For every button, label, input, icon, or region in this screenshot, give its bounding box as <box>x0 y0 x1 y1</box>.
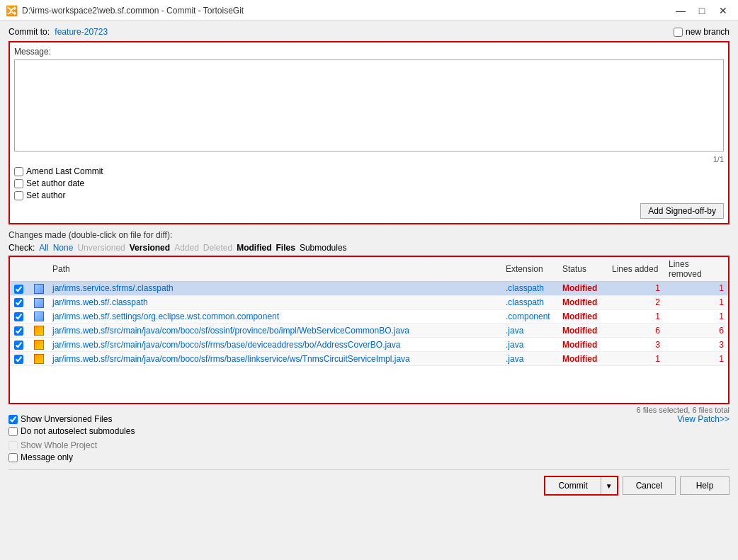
java-file-icon <box>34 354 44 364</box>
view-patch-link[interactable]: View Patch>> <box>677 414 730 424</box>
file-lines-added: 6 <box>608 324 664 338</box>
files-table-body: jar/irms.service.sfrms/.classpath.classp… <box>10 282 728 366</box>
set-author-label: Set author <box>26 190 65 200</box>
message-only-label: Message only <box>21 452 73 462</box>
no-autoselect-submodules-label: Do not autoselect submodules <box>21 426 135 436</box>
maximize-button[interactable]: □ <box>693 4 711 18</box>
amend-last-commit-label: Amend Last Commit <box>26 166 103 176</box>
filter-modified: Modified <box>237 243 271 253</box>
filter-submodules: Submodules <box>300 243 347 253</box>
file-path[interactable]: jar/irms.web.sf/.classpath <box>52 297 148 307</box>
new-branch-section: new branch <box>674 27 730 37</box>
signed-off-row: Add Signed-off-by <box>14 203 724 219</box>
table-row[interactable]: jar/irms.web.sf/.classpath.classpathModi… <box>10 295 728 309</box>
file-extension: .java <box>501 352 558 366</box>
file-checkbox[interactable] <box>14 355 23 364</box>
file-checkbox[interactable] <box>14 312 23 321</box>
file-path[interactable]: jar/irms.web.sf/.settings/org.eclipse.ws… <box>52 312 279 321</box>
file-path[interactable]: jar/irms.web.sf/src/main/java/com/boco/s… <box>52 326 409 336</box>
file-checkbox[interactable] <box>14 326 23 336</box>
app-icon: 🔀 <box>6 5 18 16</box>
title-bar-text: D:\irms-workspace2\web.sf.common - Commi… <box>22 6 244 16</box>
minimize-button[interactable]: — <box>671 4 690 18</box>
file-lines-added: 1 <box>608 309 664 324</box>
file-path[interactable]: jar/irms.web.sf/src/main/java/com/boco/s… <box>52 354 410 364</box>
commit-button[interactable]: Commit <box>545 477 601 494</box>
check-label: Check: <box>8 243 35 253</box>
filter-none[interactable]: None <box>53 243 74 253</box>
cancel-button[interactable]: Cancel <box>623 476 676 495</box>
title-bar-controls: — □ ✕ <box>671 4 732 18</box>
message-section: Message: 1/1 Amend Last Commit Set autho… <box>8 41 730 224</box>
filter-all[interactable]: All <box>39 243 48 253</box>
set-author-checkbox[interactable] <box>14 191 23 200</box>
title-bar: 🔀 D:\irms-workspace2\web.sf.common - Com… <box>0 0 738 21</box>
amend-option-row: Amend Last Commit <box>14 166 724 176</box>
show-unversioned-row: Show Unversioned Files <box>8 414 135 424</box>
no-autoselect-submodules-row: Do not autoselect submodules <box>8 426 135 436</box>
message-only-row: Message only <box>8 452 730 462</box>
col-header-status: Status <box>558 257 608 282</box>
changes-section: Changes made (double-click on file for d… <box>8 230 730 414</box>
file-status: Modified <box>558 282 608 296</box>
java-file-icon <box>34 326 44 336</box>
file-lines-removed: 1 <box>664 309 728 324</box>
file-checkbox[interactable] <box>14 298 23 307</box>
file-lines-added: 1 <box>608 282 664 296</box>
commit-dropdown-button[interactable]: ▼ <box>601 477 617 494</box>
table-row[interactable]: jar/irms.web.sf/src/main/java/com/boco/s… <box>10 324 728 338</box>
bottom-options-row: Show Unversioned Files Do not autoselect… <box>8 414 730 436</box>
file-status: Modified <box>558 295 608 309</box>
file-lines-removed: 6 <box>664 324 728 338</box>
file-lines-added: 2 <box>608 295 664 309</box>
col-header-lines-added: Lines added <box>608 257 664 282</box>
set-author-date-label: Set author date <box>26 178 84 188</box>
file-extension: .classpath <box>501 282 558 296</box>
file-path[interactable]: jar/irms.service.sfrms/.classpath <box>52 283 174 293</box>
files-table: Path Extension Status Lines added Lines … <box>10 257 728 366</box>
set-author-date-row: Set author date <box>14 178 724 188</box>
files-table-wrapper: Path Extension Status Lines added Lines … <box>8 256 730 404</box>
commit-button-wrapper: Commit ▼ <box>544 476 618 496</box>
options-row: Amend Last Commit Set author date Set au… <box>14 166 724 200</box>
new-branch-label: new branch <box>686 27 730 37</box>
table-row[interactable]: jar/irms.service.sfrms/.classpath.classp… <box>10 282 728 296</box>
file-lines-removed: 3 <box>664 338 728 352</box>
show-whole-project-row: Show Whole Project <box>8 440 730 450</box>
file-checkbox[interactable] <box>14 285 23 294</box>
file-extension: .java <box>501 324 558 338</box>
col-header-icon <box>30 257 48 282</box>
table-row[interactable]: jar/irms.web.sf/src/main/java/com/boco/s… <box>10 338 728 352</box>
amend-last-commit-checkbox[interactable] <box>14 167 23 176</box>
commit-to-value: feature-20723 <box>55 27 108 37</box>
show-unversioned-label: Show Unversioned Files <box>21 414 112 424</box>
show-whole-project-checkbox <box>8 441 18 450</box>
col-header-ext: Extension <box>501 257 558 282</box>
message-textarea[interactable] <box>14 59 724 152</box>
add-signed-off-by-button[interactable]: Add Signed-off-by <box>640 203 724 219</box>
xml-file-icon <box>34 298 44 308</box>
file-checkbox[interactable] <box>14 341 23 350</box>
java-file-icon <box>34 340 44 350</box>
file-path[interactable]: jar/irms.web.sf/src/main/java/com/boco/s… <box>52 340 401 350</box>
file-extension: .classpath <box>501 295 558 309</box>
file-lines-removed: 1 <box>664 295 728 309</box>
title-bar-left: 🔀 D:\irms-workspace2\web.sf.common - Com… <box>6 5 244 16</box>
status-bar: 6 files selected, 6 files total <box>8 406 730 414</box>
filter-versioned: Versioned <box>130 243 170 253</box>
file-lines-added: 1 <box>608 352 664 366</box>
show-unversioned-checkbox[interactable] <box>8 415 18 424</box>
col-header-check <box>10 257 30 282</box>
message-only-checkbox[interactable] <box>8 453 18 462</box>
no-autoselect-submodules-checkbox[interactable] <box>8 427 18 436</box>
set-author-date-checkbox[interactable] <box>14 179 23 188</box>
table-row[interactable]: jar/irms.web.sf/.settings/org.eclipse.ws… <box>10 309 728 324</box>
file-status: Modified <box>558 338 608 352</box>
files-status-summary: 6 files selected, 6 files total <box>637 406 730 414</box>
table-row[interactable]: jar/irms.web.sf/src/main/java/com/boco/s… <box>10 352 728 366</box>
help-button[interactable]: Help <box>680 476 730 495</box>
filter-added: Added <box>174 243 199 253</box>
show-whole-project-label: Show Whole Project <box>21 440 97 450</box>
new-branch-checkbox[interactable] <box>674 28 683 37</box>
close-button[interactable]: ✕ <box>714 4 732 18</box>
